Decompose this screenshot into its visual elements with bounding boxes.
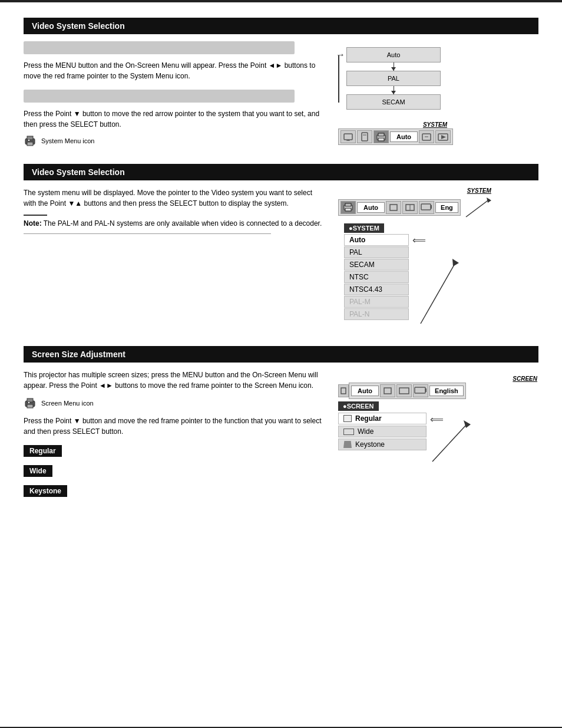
wide-black-label: Wide [24,465,52,477]
svg-rect-32 [384,388,391,394]
s2-diag-arrow [463,195,492,220]
flow-diagram-container: → Auto PAL SECAM [338,47,441,110]
section3-para1: This projector has multiple screen sizes… [24,370,326,391]
section1-para1: Press the MENU button and the On-Screen … [24,60,326,81]
section2-toolbar-wrap: SYSTEM Auto [338,187,538,220]
tb-monitor-icon [340,130,356,143]
svg-rect-10 [378,133,384,136]
flow-row1: → Auto [346,47,441,62]
svg-rect-7 [362,133,368,141]
svg-rect-29 [27,404,33,408]
section3-pointer-wrap [429,417,538,466]
section1-auto-label: Auto [390,131,418,142]
section2-header: Video System Selection [24,164,538,180]
section2-bar-container: SYSTEM Auto [338,187,492,220]
svg-rect-11 [378,138,384,141]
flow-box-3: SECAM [346,94,441,110]
flow-left-arrow: → [336,50,345,60]
svg-rect-2 [27,142,33,146]
svg-rect-3 [28,140,29,141]
s3-tb3 [413,384,428,397]
s2-tb3 [402,201,418,214]
section2-auto-label: Auto [357,202,385,213]
section3-printer-label: Screen Menu icon [41,400,94,407]
page-content: Video System Selection Press the MENU bu… [0,0,562,546]
section3-toolbar: Auto English [349,383,466,399]
section1-toolbar-wrap: SYSTEM Auto [338,121,453,145]
svg-rect-35 [425,388,427,392]
section1-gray-bar2 [24,90,295,103]
s2-printer-icon [340,201,356,214]
section3-toolbar-wrap: SCREEN Auto [338,375,538,399]
section3-toolbar-row: Auto English [338,383,538,399]
section2-body: The system menu will be displayed. Move … [24,187,538,328]
svg-rect-33 [399,388,409,394]
section2-dropdown-header: ●SYSTEM [344,223,384,233]
section1-left: Press the MENU button and the On-Screen … [24,41,338,146]
section2-item-secam[interactable]: SECAM [344,259,409,271]
section2-item-paln[interactable]: PAL-N [344,308,409,320]
section3-wide-row: Wide [24,465,326,480]
svg-rect-34 [415,387,425,393]
section2-system-label: SYSTEM [338,187,492,194]
svg-rect-28 [27,398,33,402]
section2-item-ntsc443[interactable]: NTSC4.43 [344,284,409,295]
section3-keystone-row: Keystone [24,485,326,500]
section1-right: → Auto PAL SECAM [338,41,538,146]
tb-card-icon [357,130,372,143]
s2-eng: Eng [435,202,458,213]
note-line [24,215,47,216]
section1-gray-bar1 [24,41,295,54]
section3-right: SCREEN Auto [338,370,538,505]
bracket-line [338,55,339,103]
svg-rect-22 [431,205,432,209]
section1-para2: Press the Point ▼ button to move the red… [24,108,326,130]
section2-item-auto[interactable]: Auto [344,234,409,246]
section1-header: Video System Selection [24,18,538,34]
printer-icon [24,136,37,146]
section3-pointer-svg [429,417,477,465]
section2-item-pal[interactable]: PAL [344,246,409,258]
flow-box-1: Auto [346,47,441,62]
section1-printer-label: System Menu icon [41,137,94,144]
svg-rect-4 [344,134,352,140]
section3-dropdown-header: ●SCREEN [338,401,379,411]
flow-arrow-2 [394,86,394,94]
section3-left: This projector has multiple screen sizes… [24,370,338,505]
top-border [0,0,562,2]
section1-body: Press the MENU button and the On-Screen … [24,41,538,146]
note-label: Note: [24,219,42,228]
section2-item-ntsc[interactable]: NTSC [344,271,409,283]
tb-extra2 [435,130,451,143]
tb-extra1 [419,130,434,143]
flow-arrow-1 [394,62,394,71]
section2-dropdown-row-auto: Auto ⟸ [344,234,538,246]
section3-item-wide[interactable]: Wide [338,426,427,437]
section2-wrapper: Video System Selection The system menu w… [24,164,538,328]
section2-right: SYSTEM Auto [338,187,538,328]
section3-printer-icon [24,398,37,409]
keystone-black-label: Keystone [24,485,67,497]
section2-item-palm[interactable]: PAL-M [344,296,409,308]
svg-marker-26 [452,259,459,266]
section3-item-keystone[interactable]: Keystone [338,439,427,450]
bracket-container [338,55,344,103]
section2-rule [24,233,271,234]
section3-body: This projector has multiple screen sizes… [24,370,538,505]
s3-tb1 [380,384,395,397]
svg-line-36 [432,423,468,462]
regular-icon [343,415,352,422]
section3-auto-label: Auto [351,386,379,396]
flow-box-2: PAL [346,71,441,86]
section2-para1: The system menu will be displayed. Move … [24,187,326,209]
section3-item-regular[interactable]: Regular [338,413,427,424]
section3-screen-label: SCREEN [338,375,538,382]
section2-dropdown: ●SYSTEM Auto ⟸ PAL SECAM NTSC NTSC4.43 P… [344,223,538,328]
s2-tb2 [386,201,401,214]
svg-rect-21 [421,204,431,210]
flow-boxes: → Auto PAL SECAM [346,47,441,110]
section3-dropdown: ●SCREEN Regular ⟸ Wide [338,401,538,466]
tb-printer-icon-active [373,130,389,143]
s3-tb2 [396,384,412,397]
section1-toolbar: Auto [338,129,453,145]
